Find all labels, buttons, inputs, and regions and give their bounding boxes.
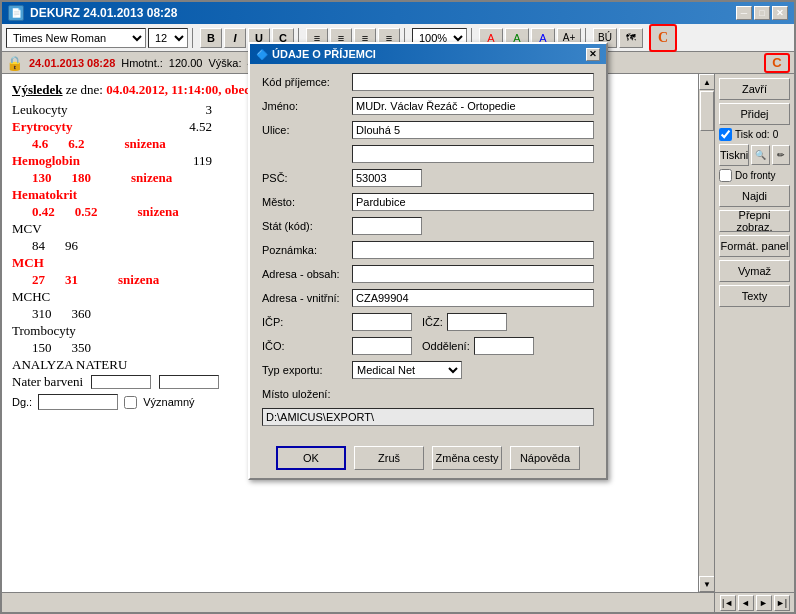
adresa-obsah-label: Adresa - obsah: [262, 268, 352, 280]
dialog-title: ÚDAJE O PŘÍJEMCI [272, 48, 376, 60]
extra-row1 [262, 144, 594, 164]
dialog-title-icon: 🔷 [256, 49, 268, 60]
ulice-row: Ulice: [262, 120, 594, 140]
poznamka-input[interactable] [352, 241, 594, 259]
zrus-button[interactable]: Zruš [354, 446, 424, 470]
psc-row: PSČ: [262, 168, 594, 188]
ulice-label: Ulice: [262, 124, 352, 136]
mesto-input[interactable] [352, 193, 594, 211]
icz-label: IČZ: [422, 316, 443, 328]
typ-exportu-select[interactable]: Medical Net [352, 361, 462, 379]
mesto-label: Město: [262, 196, 352, 208]
dialog-title-bar: 🔷 ÚDAJE O PŘÍJEMCI ✕ [250, 44, 606, 64]
adresa-vnitrni-label: Adresa - vnitřní: [262, 292, 352, 304]
adresa-vnitrni-input[interactable] [352, 289, 594, 307]
udaje-o-prijemci-dialog: 🔷 ÚDAJE O PŘÍJEMCI ✕ Kód příjemce: Jméno… [248, 42, 608, 480]
oddeleni-input[interactable] [474, 337, 534, 355]
poznamka-label: Poznámka: [262, 244, 352, 256]
dialog-footer: OK Zruš Změna cesty Nápověda [250, 438, 606, 478]
stat-row: Stát (kód): [262, 216, 594, 236]
napoveda-button[interactable]: Nápověda [510, 446, 580, 470]
jmeno-row: Jméno: [262, 96, 594, 116]
jmeno-label: Jméno: [262, 100, 352, 112]
ico-label: IČO: [262, 340, 352, 352]
icp-label: IČP: [262, 316, 352, 328]
ico-input[interactable] [352, 337, 412, 355]
kod-prijemce-row: Kód příjemce: [262, 72, 594, 92]
jmeno-input[interactable] [352, 97, 594, 115]
kod-prijemce-input[interactable] [352, 73, 594, 91]
misto-ulozeni-label: Místo uložení: [262, 388, 352, 400]
dialog-close-button[interactable]: ✕ [586, 48, 600, 61]
stat-label: Stát (kód): [262, 220, 352, 232]
ok-button[interactable]: OK [276, 446, 346, 470]
poznamka-row: Poznámka: [262, 240, 594, 260]
stat-input[interactable] [352, 217, 422, 235]
oddeleni-label: Oddělení: [422, 340, 470, 352]
ulice-input[interactable] [352, 121, 594, 139]
misto-ulozeni-input [262, 408, 594, 426]
typ-exportu-label: Typ exportu: [262, 364, 352, 376]
kod-prijemce-label: Kód příjemce: [262, 76, 352, 88]
icp-input[interactable] [352, 313, 412, 331]
dialog-body: Kód příjemce: Jméno: Ulice: [250, 64, 606, 438]
icz-input[interactable] [447, 313, 507, 331]
main-window: 📄 DEKURZ 24.01.2013 08:28 ─ □ ✕ Times Ne… [0, 0, 796, 614]
ico-oddeleni-row: IČO: Oddělení: [262, 336, 594, 356]
icp-icz-row: IČP: IČZ: [262, 312, 594, 332]
extra-input1[interactable] [352, 145, 594, 163]
typ-exportu-row: Typ exportu: Medical Net [262, 360, 594, 380]
dialog-overlay: 🔷 ÚDAJE O PŘÍJEMCI ✕ Kód příjemce: Jméno… [2, 2, 794, 612]
psc-input[interactable] [352, 169, 422, 187]
zmena-cesty-button[interactable]: Změna cesty [432, 446, 502, 470]
psc-label: PSČ: [262, 172, 352, 184]
adresa-vnitrni-row: Adresa - vnitřní: [262, 288, 594, 308]
adresa-obsah-input[interactable] [352, 265, 594, 283]
adresa-obsah-row: Adresa - obsah: [262, 264, 594, 284]
mesto-row: Město: [262, 192, 594, 212]
misto-ulozeni-row: Místo uložení: [262, 384, 594, 404]
